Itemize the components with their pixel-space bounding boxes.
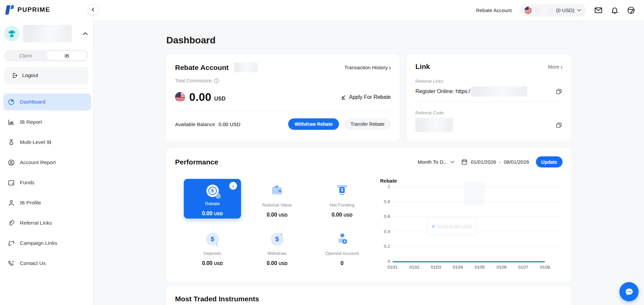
chevron-up-icon[interactable] — [83, 32, 88, 35]
sidebar-item-dashboard[interactable]: Dashboard — [3, 93, 91, 110]
wallet-blue-icon — [270, 184, 284, 197]
puprime-logo-icon — [5, 5, 14, 15]
tile-net-funding: $ Net Funding 0.00 USD — [313, 183, 371, 218]
x-axis-tick: 0104 — [453, 265, 463, 270]
tile-rebate[interactable]: › $ Rebate 0.00 USD — [184, 179, 241, 219]
logout-button[interactable]: Logout — [4, 67, 89, 84]
referral-code-label: Referral Code — [415, 110, 563, 115]
y-axis-tick: 0.8 — [380, 199, 390, 204]
tile-unit: USD — [214, 212, 223, 216]
tile-value: 0.00 — [267, 212, 277, 218]
calendar-icon — [461, 159, 468, 165]
tile-value: 0 — [341, 260, 344, 266]
most-traded-card: Most Traded Instruments — [166, 286, 571, 305]
sidebar-item-label: Multi-Level IB — [20, 139, 52, 145]
bar-chart-icon — [7, 119, 15, 126]
rebate-chart-plot[interactable]: 0102 0.00 USD — [393, 187, 563, 263]
chevron-left-icon — [91, 7, 95, 12]
sidebar-item-label: IB Report — [20, 119, 42, 125]
date-range-picker[interactable]: 01/01/2026 - 08/01/2026 — [461, 159, 529, 165]
referral-links-label: Referral Links — [415, 79, 563, 84]
chevron-right-icon: › — [389, 64, 391, 71]
globe-icon[interactable] — [627, 6, 635, 14]
sidebar-item-campaign-links[interactable]: Campaign Links — [3, 235, 91, 252]
chat-button[interactable] — [619, 282, 639, 301]
chart-tooltip: 0102 0.00 USD — [428, 219, 476, 234]
account-selector[interactable]: (0 USD) — [520, 4, 586, 16]
wallet-icon — [7, 179, 15, 186]
sidebar-item-label: Dashboard — [20, 99, 45, 105]
sidebar: PUPRIME Client IB Logout — [0, 0, 94, 305]
withdraw-rebate-button[interactable]: Withdraw Rebate — [288, 118, 339, 130]
date-end: 08/01/2026 — [504, 159, 529, 165]
gridline — [393, 217, 563, 217]
tile-label: Net Funding — [313, 202, 371, 207]
rebate-series-line — [393, 261, 545, 262]
user-circle-icon — [7, 159, 15, 166]
rebate-card-title: Rebate Account — [175, 64, 229, 72]
apply-for-rebate-link[interactable]: Apply For Rebate — [340, 94, 391, 100]
copy-icon[interactable] — [555, 88, 563, 95]
redacted-referral-code — [415, 118, 453, 132]
apply-rebate-label: Apply For Rebate — [349, 94, 391, 100]
copy-icon[interactable] — [555, 122, 563, 129]
dollar-up-icon: $↑ — [271, 233, 284, 246]
performance-title: Performance — [175, 158, 218, 166]
tile-label: Withdraw — [248, 251, 306, 256]
sidebar-item-funds[interactable]: Funds — [3, 174, 91, 191]
sidebar-item-ib-report[interactable]: IB Report — [3, 114, 91, 130]
mail-icon[interactable] — [594, 6, 603, 14]
tile-label: Opened Account — [313, 251, 371, 256]
gridline — [393, 246, 563, 247]
tile-unit: USD — [344, 213, 352, 218]
sidebar-item-ib-profile[interactable]: IB Profile — [3, 194, 91, 211]
rebate-account-label: Rebate Account — [476, 7, 512, 13]
sidebar-collapse-button[interactable] — [88, 4, 98, 15]
transfer-rebate-button[interactable]: Transfer Rebate — [344, 118, 391, 130]
sidebar-item-label: Funds — [20, 180, 34, 186]
y-axis-tick: 0.2 — [380, 244, 390, 249]
divider — [415, 102, 563, 102]
link-card-title: Link — [415, 63, 430, 71]
rebate-chart-yaxis: 00.20.40.60.81 — [380, 187, 390, 263]
sidebar-item-referral-links[interactable]: Referral Links — [3, 215, 91, 231]
client-ib-switch: Client IB — [4, 50, 89, 62]
top-bar: Rebate Account (0 USD) — [94, 0, 644, 21]
brand-name: PUPRIME — [18, 6, 50, 13]
link-card: Link More › Referral Links Register Onli… — [407, 54, 571, 141]
sidebar-item-account-report[interactable]: Account Report — [3, 154, 91, 171]
logout-icon — [11, 72, 18, 79]
date-range-select[interactable]: Month To D... — [417, 159, 454, 165]
x-axis-tick: 0101 — [387, 265, 398, 270]
bell-icon[interactable] — [611, 6, 619, 14]
rebate-chart: Rebate 00.20.40.60.81 0102 0.00 USD 0101… — [380, 178, 564, 270]
info-icon[interactable] — [214, 78, 219, 83]
tile-value: 0.00 — [332, 212, 342, 218]
sidebar-menu: Dashboard IB Report Multi-Level IB Accou… — [0, 89, 93, 272]
sidebar-item-multi-level-ib[interactable]: Multi-Level IB — [3, 134, 91, 151]
tab-ib[interactable]: IB — [46, 51, 88, 61]
y-axis-tick: 0.4 — [380, 229, 390, 234]
more-link[interactable]: More › — [548, 64, 563, 70]
profile-row[interactable] — [0, 15, 93, 42]
range-select-value: Month To D... — [417, 159, 447, 165]
dollar-coin-icon: $ — [206, 185, 219, 197]
redacted-referral-link — [471, 86, 528, 97]
x-axis-tick: 0108 — [540, 265, 550, 270]
tab-client[interactable]: Client — [5, 51, 46, 61]
update-button[interactable]: Update — [536, 156, 563, 167]
performance-card: Performance Month To D... 01/01/2026 - — [166, 148, 571, 282]
tile-value: 0.00 — [202, 260, 212, 266]
redacted-account-number — [535, 8, 553, 13]
tile-opened-account: Opened Account 0 — [313, 232, 371, 266]
x-axis-tick: 0105 — [475, 265, 485, 270]
sidebar-item-contact-us[interactable]: Contact Us — [3, 255, 91, 272]
rebate-account-card: Rebate Account Transaction History › Tot… — [166, 54, 400, 141]
total-commission-currency: USD — [214, 96, 226, 102]
us-flag-icon — [175, 92, 185, 102]
transaction-history-link[interactable]: Transaction History › — [344, 64, 391, 71]
referral-link-text: Register Online: https:/ — [415, 88, 470, 94]
chat-bubble-icon — [624, 288, 634, 296]
gridline — [393, 232, 563, 232]
x-axis-tick: 0102 — [409, 265, 419, 270]
